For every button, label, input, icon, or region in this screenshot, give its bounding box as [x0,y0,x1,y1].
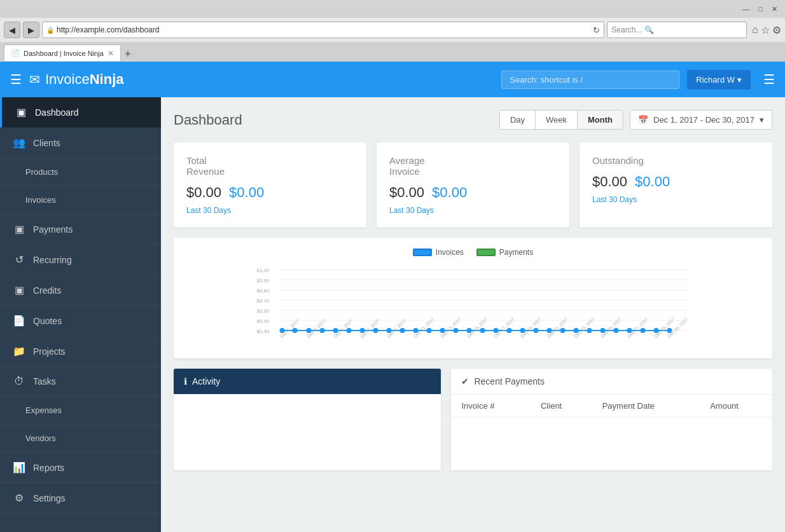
header-search-input[interactable] [501,71,679,89]
svg-point-15 [293,328,298,333]
settings-icon: ⚙ [13,492,25,504]
page-title: Dashboard [174,112,242,128]
col-invoice-num: Invoice # [451,395,531,418]
browser-search-input[interactable]: Search... 🔍 [607,22,747,38]
svg-text:Dec 13, 2017: Dec 13, 2017 [440,317,461,338]
global-menu-icon[interactable]: ☰ [763,72,775,87]
outstanding-card: Outstanding $0.00 $0.00 Last 30 Days [580,142,772,228]
legend-payments-box [476,249,496,256]
browser-search-icon: 🔍 [644,25,654,34]
svg-text:$0.50: $0.50 [257,318,270,324]
user-menu-button[interactable]: Richard W ▾ [687,70,751,90]
sidebar-item-settings[interactable]: ⚙ Settings [0,483,161,514]
date-range-button[interactable]: 📅 Dec 1, 2017 - Dec 30, 2017 ▾ [630,110,772,130]
sidebar-item-dashboard[interactable]: ▣ Dashboard [0,97,161,128]
sidebar-item-vendors[interactable]: Vendors [0,425,161,453]
svg-text:Dec 25, 2017: Dec 25, 2017 [600,317,622,338]
svg-point-31 [507,328,512,333]
outstanding-values: $0.00 $0.00 [592,174,760,190]
user-label: Richard W [696,75,735,85]
reports-icon: 📊 [13,461,25,474]
svg-point-41 [641,328,646,333]
period-day-button[interactable]: Day [500,111,536,129]
svg-text:Dec 11, 2017: Dec 11, 2017 [413,317,434,338]
titlebar-controls[interactable]: — □ ✕ [740,5,780,13]
main-area: ▣ Dashboard 👥 Clients Products Invoices … [0,97,785,532]
payments-table: Invoice # Client Payment Date Amount [451,395,772,418]
svg-text:Dec 21, 2017: Dec 21, 2017 [546,317,568,338]
period-week-button[interactable]: Week [536,111,578,129]
gear-icon[interactable]: ⚙ [772,24,781,36]
dashboard-controls: Day Week Month 📅 Dec 1, 2017 - Dec 30, 2… [499,110,772,130]
total-revenue-label: TotalRevenue [186,155,354,177]
app-header: ☰ ✉ InvoiceNinja Richard W ▾ ☰ [0,62,785,97]
activity-header: ℹ Activity [174,369,441,394]
sidebar-item-reports[interactable]: 📊 Reports [0,453,161,483]
legend-invoices: Invoices [413,248,464,257]
sidebar-label-expenses: Expenses [25,406,62,415]
home-icon[interactable]: ⌂ [752,24,758,36]
outstanding-label: Outstanding [592,155,760,166]
sidebar-item-expenses[interactable]: Expenses [0,397,161,425]
payments-icon: ▣ [13,223,25,235]
new-tab-button[interactable]: + [122,48,134,61]
sidebar-item-quotes[interactable]: 📄 Quotes [0,306,161,336]
logo-prefix: Invoice [45,71,90,87]
activity-header-label: Activity [192,376,220,386]
svg-text:Dec 23, 2017: Dec 23, 2017 [573,317,595,338]
total-revenue-black: $0.00 [186,184,221,201]
sidebar-item-projects[interactable]: 📁 Projects [0,336,161,367]
outstanding-blue: $0.00 [635,174,670,190]
svg-point-39 [614,328,619,333]
sidebar-item-clients[interactable]: 👥 Clients [0,128,161,158]
active-tab[interactable]: 📄 Dashboard | Invoice Ninja ✕ [4,44,121,61]
sidebar-item-products[interactable]: Products [0,158,161,186]
browser-controls-right[interactable]: ⌂ ☆ ⚙ [752,24,781,36]
tab-favicon: 📄 [11,49,20,57]
col-client: Client [531,395,592,418]
outstanding-sublabel: Last 30 Days [592,195,760,204]
legend-invoices-label: Invoices [436,248,464,257]
refresh-button[interactable]: ↻ [593,25,600,35]
recent-payments-icon: ✔ [461,376,469,386]
projects-icon: 📁 [13,345,25,357]
legend-payments: Payments [476,248,533,257]
sidebar-label-quotes: Quotes [33,316,62,326]
sidebar-label-settings: Settings [33,493,66,503]
star-icon[interactable]: ☆ [761,24,770,36]
dashboard-icon: ▣ [15,106,27,118]
maximize-btn[interactable]: □ [756,5,765,13]
sidebar-label-vendors: Vendors [25,433,56,443]
secure-icon: 🔒 [46,27,54,34]
forward-button[interactable]: ▶ [23,22,39,38]
total-revenue-values: $0.00 $0.00 [186,184,354,201]
address-bar[interactable]: 🔒 http://example.com/dashboard ↻ [42,22,604,38]
sidebar-item-tasks[interactable]: ⏱ Tasks [0,367,161,397]
total-revenue-sublabel: Last 30 Days [186,206,354,215]
total-revenue-card: TotalRevenue $0.00 $0.00 Last 30 Days [174,142,366,228]
sidebar-toggle-button[interactable]: ☰ [10,72,22,87]
sidebar-label-reports: Reports [33,463,64,473]
close-btn[interactable]: ✕ [769,5,780,13]
sidebar-item-recurring[interactable]: ↺ Recurring [0,245,161,275]
activity-card: ℹ Activity [174,369,441,470]
sidebar-item-credits[interactable]: ▣ Credits [0,275,161,306]
browser-search-placeholder: Search... [611,25,642,34]
app: ☰ ✉ InvoiceNinja Richard W ▾ ☰ ▣ Dashboa… [0,62,785,532]
svg-text:$0.90: $0.90 [257,278,270,283]
tab-close-button[interactable]: ✕ [108,49,114,58]
period-month-button[interactable]: Month [578,111,623,129]
recent-payments-card: ✔ Recent Payments Invoice # Client Payme… [451,369,772,470]
average-invoice-sublabel: Last 30 Days [389,206,557,215]
logo-icon: ✉ [29,72,40,87]
sidebar-label-payments: Payments [33,224,73,235]
svg-text:$0.70: $0.70 [257,298,270,304]
minimize-btn[interactable]: — [740,5,752,13]
svg-point-35 [560,328,566,333]
sidebar: ▣ Dashboard 👥 Clients Products Invoices … [0,97,161,532]
back-button[interactable]: ◀ [4,22,20,38]
quotes-icon: 📄 [13,315,25,327]
sidebar-item-invoices[interactable]: Invoices [0,186,161,214]
logo-suffix: Ninja [90,71,124,87]
sidebar-item-payments[interactable]: ▣ Payments [0,214,161,245]
